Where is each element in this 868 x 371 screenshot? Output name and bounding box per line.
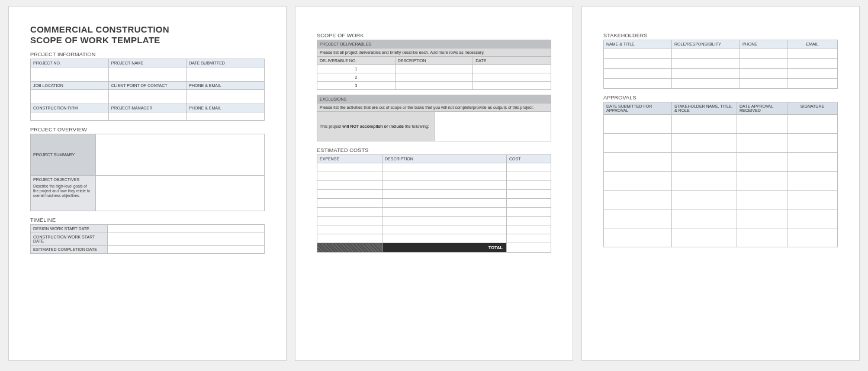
cell[interactable] bbox=[672, 228, 737, 247]
cell[interactable] bbox=[507, 234, 551, 243]
total-bar-left bbox=[317, 243, 382, 253]
cell[interactable] bbox=[317, 199, 382, 208]
cell[interactable] bbox=[787, 172, 838, 191]
cell[interactable] bbox=[317, 172, 382, 181]
cell[interactable] bbox=[737, 209, 787, 228]
cell[interactable] bbox=[604, 134, 672, 153]
cell[interactable] bbox=[395, 82, 473, 90]
cell[interactable] bbox=[108, 225, 265, 233]
cell[interactable] bbox=[382, 208, 507, 217]
cell[interactable] bbox=[317, 181, 382, 190]
cell[interactable] bbox=[317, 190, 382, 199]
cell[interactable] bbox=[382, 163, 507, 172]
cell[interactable] bbox=[604, 59, 672, 69]
cell[interactable] bbox=[507, 190, 551, 199]
cell[interactable] bbox=[787, 49, 838, 59]
cell[interactable] bbox=[108, 90, 187, 104]
cell[interactable] bbox=[382, 199, 507, 208]
cell[interactable] bbox=[787, 153, 838, 172]
objectives-input[interactable] bbox=[96, 176, 265, 211]
cell[interactable] bbox=[31, 90, 109, 104]
cell[interactable] bbox=[507, 217, 551, 225]
label-job-location: JOB LOCATION bbox=[31, 82, 109, 90]
cell[interactable] bbox=[473, 82, 551, 90]
cell[interactable] bbox=[737, 172, 787, 191]
cell[interactable] bbox=[507, 208, 551, 217]
cell[interactable] bbox=[108, 112, 187, 121]
cell[interactable] bbox=[382, 234, 507, 243]
cell[interactable] bbox=[787, 228, 838, 247]
cell[interactable] bbox=[604, 79, 672, 89]
cell[interactable] bbox=[395, 65, 473, 73]
cell[interactable] bbox=[737, 228, 787, 247]
cell[interactable] bbox=[787, 209, 838, 228]
cell[interactable] bbox=[317, 217, 382, 225]
cell[interactable] bbox=[31, 67, 109, 82]
cell[interactable] bbox=[317, 208, 382, 217]
cell[interactable] bbox=[787, 59, 838, 69]
cell[interactable] bbox=[382, 181, 507, 190]
cell[interactable] bbox=[737, 115, 787, 134]
cell[interactable] bbox=[317, 225, 382, 234]
cell[interactable] bbox=[604, 209, 672, 228]
cell[interactable] bbox=[672, 79, 740, 89]
cell[interactable] bbox=[507, 199, 551, 208]
cell[interactable] bbox=[740, 79, 787, 89]
cell[interactable] bbox=[604, 191, 672, 209]
cell[interactable] bbox=[187, 112, 265, 121]
cell[interactable] bbox=[507, 225, 551, 234]
cell[interactable] bbox=[737, 153, 787, 172]
section-stakeholders: STAKEHOLDERS bbox=[603, 33, 838, 38]
cell[interactable] bbox=[604, 228, 672, 247]
cell[interactable] bbox=[672, 153, 737, 172]
cell[interactable] bbox=[787, 69, 838, 79]
cell[interactable] bbox=[740, 49, 787, 59]
total-amount[interactable] bbox=[507, 243, 551, 253]
cell[interactable] bbox=[787, 79, 838, 89]
cell[interactable] bbox=[395, 73, 473, 82]
cell[interactable] bbox=[672, 49, 740, 59]
cell[interactable] bbox=[672, 172, 737, 191]
cell[interactable] bbox=[604, 172, 672, 191]
cell[interactable] bbox=[787, 134, 838, 153]
cell[interactable] bbox=[507, 163, 551, 172]
cell[interactable] bbox=[740, 69, 787, 79]
cell[interactable] bbox=[382, 225, 507, 234]
cell[interactable] bbox=[108, 233, 265, 246]
cell[interactable] bbox=[740, 59, 787, 69]
cell[interactable] bbox=[382, 172, 507, 181]
label-phone-email-2: PHONE & EMAIL bbox=[187, 104, 265, 112]
cell[interactable] bbox=[672, 59, 740, 69]
cell[interactable] bbox=[473, 65, 551, 73]
summary-input[interactable] bbox=[96, 134, 265, 176]
cell[interactable] bbox=[473, 73, 551, 82]
cell[interactable] bbox=[382, 190, 507, 199]
cell[interactable] bbox=[31, 112, 109, 121]
cell[interactable] bbox=[317, 163, 382, 172]
cell[interactable] bbox=[108, 67, 187, 82]
cell[interactable] bbox=[317, 234, 382, 243]
cell[interactable] bbox=[672, 209, 737, 228]
cell[interactable] bbox=[108, 246, 265, 254]
cell[interactable] bbox=[787, 191, 838, 209]
cell[interactable] bbox=[672, 115, 737, 134]
col-description: DESCRIPTION bbox=[395, 57, 473, 65]
cell[interactable] bbox=[187, 90, 265, 104]
cell[interactable] bbox=[382, 217, 507, 225]
cell[interactable] bbox=[604, 153, 672, 172]
cell[interactable] bbox=[187, 67, 265, 82]
section-project-overview: PROJECT OVERVIEW bbox=[30, 127, 265, 133]
cell[interactable] bbox=[507, 181, 551, 190]
cell[interactable] bbox=[672, 69, 740, 79]
cell[interactable] bbox=[787, 115, 838, 134]
exclusions-input[interactable] bbox=[434, 112, 551, 141]
cell[interactable] bbox=[737, 191, 787, 209]
cell[interactable] bbox=[737, 134, 787, 153]
cell[interactable] bbox=[604, 69, 672, 79]
label-completion-date: ESTIMATED COMPLETION DATE bbox=[31, 246, 108, 254]
cell[interactable] bbox=[604, 115, 672, 134]
cell[interactable] bbox=[604, 49, 672, 59]
cell[interactable] bbox=[672, 191, 737, 209]
cell[interactable] bbox=[507, 172, 551, 181]
cell[interactable] bbox=[672, 134, 737, 153]
